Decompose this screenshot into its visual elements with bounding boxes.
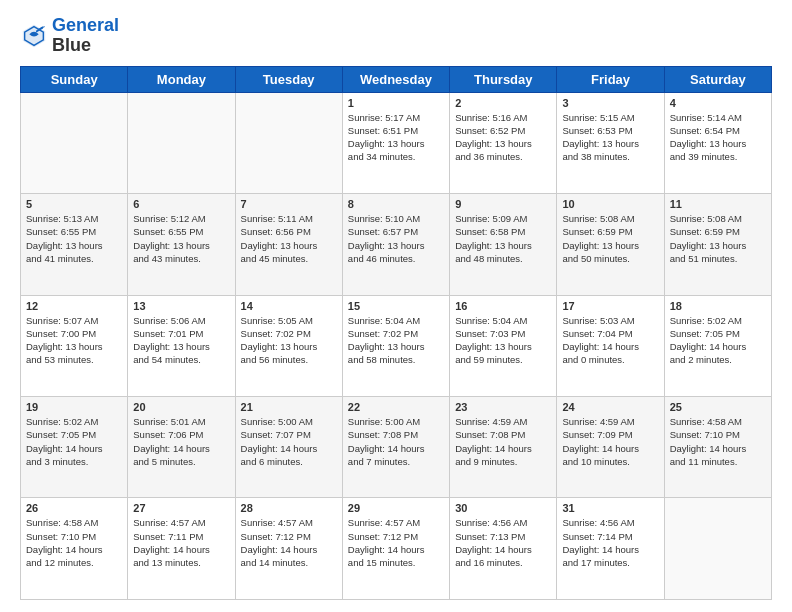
day-number: 20 (133, 401, 229, 413)
day-info: Sunrise: 4:58 AM Sunset: 7:10 PM Dayligh… (26, 516, 122, 569)
day-number: 21 (241, 401, 337, 413)
day-number: 27 (133, 502, 229, 514)
calendar-cell: 7Sunrise: 5:11 AM Sunset: 6:56 PM Daylig… (235, 194, 342, 295)
day-number: 29 (348, 502, 444, 514)
logo-line2: Blue (52, 36, 119, 56)
day-info: Sunrise: 5:17 AM Sunset: 6:51 PM Dayligh… (348, 111, 444, 164)
calendar-cell: 18Sunrise: 5:02 AM Sunset: 7:05 PM Dayli… (664, 295, 771, 396)
day-number: 7 (241, 198, 337, 210)
day-info: Sunrise: 4:57 AM Sunset: 7:12 PM Dayligh… (241, 516, 337, 569)
calendar-week-1: 1Sunrise: 5:17 AM Sunset: 6:51 PM Daylig… (21, 92, 772, 193)
day-info: Sunrise: 5:10 AM Sunset: 6:57 PM Dayligh… (348, 212, 444, 265)
day-number: 3 (562, 97, 658, 109)
logo: General Blue (20, 16, 119, 56)
calendar-cell: 2Sunrise: 5:16 AM Sunset: 6:52 PM Daylig… (450, 92, 557, 193)
day-number: 2 (455, 97, 551, 109)
day-number: 14 (241, 300, 337, 312)
calendar-cell: 1Sunrise: 5:17 AM Sunset: 6:51 PM Daylig… (342, 92, 449, 193)
day-number: 18 (670, 300, 766, 312)
day-info: Sunrise: 5:05 AM Sunset: 7:02 PM Dayligh… (241, 314, 337, 367)
day-header-thursday: Thursday (450, 66, 557, 92)
calendar-cell: 12Sunrise: 5:07 AM Sunset: 7:00 PM Dayli… (21, 295, 128, 396)
day-info: Sunrise: 5:08 AM Sunset: 6:59 PM Dayligh… (670, 212, 766, 265)
calendar-week-2: 5Sunrise: 5:13 AM Sunset: 6:55 PM Daylig… (21, 194, 772, 295)
calendar-cell: 9Sunrise: 5:09 AM Sunset: 6:58 PM Daylig… (450, 194, 557, 295)
calendar-cell: 26Sunrise: 4:58 AM Sunset: 7:10 PM Dayli… (21, 498, 128, 600)
day-header-sunday: Sunday (21, 66, 128, 92)
day-number: 10 (562, 198, 658, 210)
day-number: 16 (455, 300, 551, 312)
calendar-cell: 28Sunrise: 4:57 AM Sunset: 7:12 PM Dayli… (235, 498, 342, 600)
day-number: 13 (133, 300, 229, 312)
day-number: 5 (26, 198, 122, 210)
day-number: 15 (348, 300, 444, 312)
day-header-wednesday: Wednesday (342, 66, 449, 92)
header: General Blue (20, 16, 772, 56)
day-number: 19 (26, 401, 122, 413)
calendar-cell: 19Sunrise: 5:02 AM Sunset: 7:05 PM Dayli… (21, 397, 128, 498)
day-number: 30 (455, 502, 551, 514)
day-info: Sunrise: 5:00 AM Sunset: 7:08 PM Dayligh… (348, 415, 444, 468)
day-info: Sunrise: 5:04 AM Sunset: 7:02 PM Dayligh… (348, 314, 444, 367)
day-info: Sunrise: 5:14 AM Sunset: 6:54 PM Dayligh… (670, 111, 766, 164)
day-number: 4 (670, 97, 766, 109)
day-header-tuesday: Tuesday (235, 66, 342, 92)
calendar-week-3: 12Sunrise: 5:07 AM Sunset: 7:00 PM Dayli… (21, 295, 772, 396)
day-header-monday: Monday (128, 66, 235, 92)
day-info: Sunrise: 5:12 AM Sunset: 6:55 PM Dayligh… (133, 212, 229, 265)
day-info: Sunrise: 5:16 AM Sunset: 6:52 PM Dayligh… (455, 111, 551, 164)
calendar-week-4: 19Sunrise: 5:02 AM Sunset: 7:05 PM Dayli… (21, 397, 772, 498)
calendar-week-5: 26Sunrise: 4:58 AM Sunset: 7:10 PM Dayli… (21, 498, 772, 600)
calendar-cell: 3Sunrise: 5:15 AM Sunset: 6:53 PM Daylig… (557, 92, 664, 193)
day-number: 22 (348, 401, 444, 413)
calendar-cell (664, 498, 771, 600)
calendar-cell (128, 92, 235, 193)
calendar-cell: 21Sunrise: 5:00 AM Sunset: 7:07 PM Dayli… (235, 397, 342, 498)
day-number: 25 (670, 401, 766, 413)
calendar-cell: 16Sunrise: 5:04 AM Sunset: 7:03 PM Dayli… (450, 295, 557, 396)
day-info: Sunrise: 4:56 AM Sunset: 7:13 PM Dayligh… (455, 516, 551, 569)
day-number: 28 (241, 502, 337, 514)
calendar-cell: 8Sunrise: 5:10 AM Sunset: 6:57 PM Daylig… (342, 194, 449, 295)
calendar-cell: 10Sunrise: 5:08 AM Sunset: 6:59 PM Dayli… (557, 194, 664, 295)
day-number: 26 (26, 502, 122, 514)
logo-line1: General (52, 16, 119, 36)
calendar-header-row: SundayMondayTuesdayWednesdayThursdayFrid… (21, 66, 772, 92)
day-info: Sunrise: 5:02 AM Sunset: 7:05 PM Dayligh… (26, 415, 122, 468)
day-info: Sunrise: 5:06 AM Sunset: 7:01 PM Dayligh… (133, 314, 229, 367)
day-number: 31 (562, 502, 658, 514)
day-number: 24 (562, 401, 658, 413)
calendar-cell: 22Sunrise: 5:00 AM Sunset: 7:08 PM Dayli… (342, 397, 449, 498)
day-number: 1 (348, 97, 444, 109)
calendar-cell: 27Sunrise: 4:57 AM Sunset: 7:11 PM Dayli… (128, 498, 235, 600)
calendar-cell: 29Sunrise: 4:57 AM Sunset: 7:12 PM Dayli… (342, 498, 449, 600)
calendar-cell: 13Sunrise: 5:06 AM Sunset: 7:01 PM Dayli… (128, 295, 235, 396)
day-info: Sunrise: 5:00 AM Sunset: 7:07 PM Dayligh… (241, 415, 337, 468)
calendar-cell: 14Sunrise: 5:05 AM Sunset: 7:02 PM Dayli… (235, 295, 342, 396)
day-info: Sunrise: 5:01 AM Sunset: 7:06 PM Dayligh… (133, 415, 229, 468)
day-info: Sunrise: 5:07 AM Sunset: 7:00 PM Dayligh… (26, 314, 122, 367)
day-info: Sunrise: 5:13 AM Sunset: 6:55 PM Dayligh… (26, 212, 122, 265)
day-info: Sunrise: 5:09 AM Sunset: 6:58 PM Dayligh… (455, 212, 551, 265)
calendar-cell: 30Sunrise: 4:56 AM Sunset: 7:13 PM Dayli… (450, 498, 557, 600)
day-info: Sunrise: 5:08 AM Sunset: 6:59 PM Dayligh… (562, 212, 658, 265)
day-number: 17 (562, 300, 658, 312)
calendar-cell: 4Sunrise: 5:14 AM Sunset: 6:54 PM Daylig… (664, 92, 771, 193)
day-info: Sunrise: 5:04 AM Sunset: 7:03 PM Dayligh… (455, 314, 551, 367)
day-info: Sunrise: 4:56 AM Sunset: 7:14 PM Dayligh… (562, 516, 658, 569)
day-number: 6 (133, 198, 229, 210)
calendar-cell (21, 92, 128, 193)
day-header-friday: Friday (557, 66, 664, 92)
calendar-cell: 15Sunrise: 5:04 AM Sunset: 7:02 PM Dayli… (342, 295, 449, 396)
day-info: Sunrise: 4:57 AM Sunset: 7:11 PM Dayligh… (133, 516, 229, 569)
day-number: 11 (670, 198, 766, 210)
day-info: Sunrise: 5:02 AM Sunset: 7:05 PM Dayligh… (670, 314, 766, 367)
day-info: Sunrise: 5:11 AM Sunset: 6:56 PM Dayligh… (241, 212, 337, 265)
calendar-cell (235, 92, 342, 193)
calendar-table: SundayMondayTuesdayWednesdayThursdayFrid… (20, 66, 772, 600)
day-info: Sunrise: 4:59 AM Sunset: 7:08 PM Dayligh… (455, 415, 551, 468)
calendar-cell: 31Sunrise: 4:56 AM Sunset: 7:14 PM Dayli… (557, 498, 664, 600)
logo-icon (20, 22, 48, 50)
day-number: 9 (455, 198, 551, 210)
calendar-cell: 11Sunrise: 5:08 AM Sunset: 6:59 PM Dayli… (664, 194, 771, 295)
